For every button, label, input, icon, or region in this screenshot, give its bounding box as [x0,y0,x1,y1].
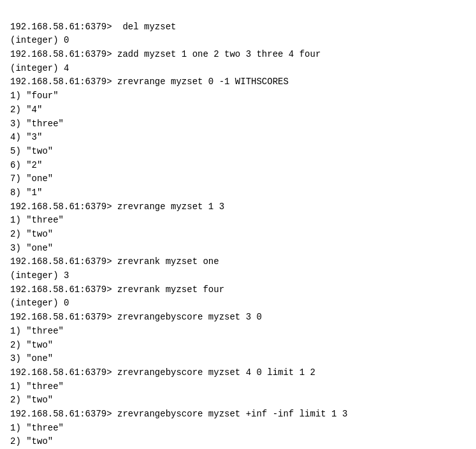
terminal-prompt-line: 192.168.58.61:6379> del myzset [10,20,466,34]
terminal-prompt-line: 192.168.58.61:6379> zrevrangebyscore myz… [10,311,466,325]
terminal-prompt-line: 192.168.58.61:6379> zrevrank myzset one [10,255,466,269]
terminal-result-line: 3) "one" [10,352,466,366]
terminal-result-line: 5) "two" [10,145,466,159]
terminal-result-line: 3) "one" [10,242,466,256]
terminal-result-line: 1) "three" [10,422,466,436]
terminal-result-line: 2) "4" [10,103,466,117]
terminal-result-line: 1) "three" [10,380,466,394]
terminal-prompt-line: 192.168.58.61:6379> zrevrank myzset four [10,283,466,297]
terminal-prompt-line: 192.168.58.61:6379> zadd myzset 1 one 2 … [10,48,466,62]
terminal-result-line: (integer) 4 [10,62,466,76]
terminal-result-line: (integer) 0 [10,297,466,311]
terminal-result-line: 3) "three" [10,117,466,131]
terminal-result-line: 6) "2" [10,159,466,173]
terminal-result-line: 2) "two" [10,228,466,242]
terminal-prompt-line: 192.168.58.61:6379> zrevrange myzset 1 3 [10,200,466,214]
terminal-prompt-line: 192.168.58.61:6379> zrevrange myzset 0 -… [10,75,466,89]
terminal-result-line: 2) "two" [10,339,466,353]
terminal-result-line: 1) "three" [10,214,466,228]
terminal-result-line: 2) "two" [10,435,466,449]
terminal-result-line: (integer) 3 [10,269,466,283]
terminal-result-line: 1) "four" [10,89,466,103]
terminal-output: 192.168.58.61:6379> del myzset(integer) … [10,6,466,449]
terminal-result-line: (integer) 0 [10,34,466,48]
terminal-result-line: 4) "3" [10,131,466,145]
terminal-prompt-line: 192.168.58.61:6379> zrevrangebyscore myz… [10,408,466,422]
terminal-prompt-line: 192.168.58.61:6379> zrevrangebyscore myz… [10,366,466,380]
terminal-result-line: 8) "1" [10,186,466,200]
terminal-result-line: 2) "two" [10,394,466,408]
terminal-result-line: 7) "one" [10,172,466,186]
terminal-result-line: 1) "three" [10,325,466,339]
